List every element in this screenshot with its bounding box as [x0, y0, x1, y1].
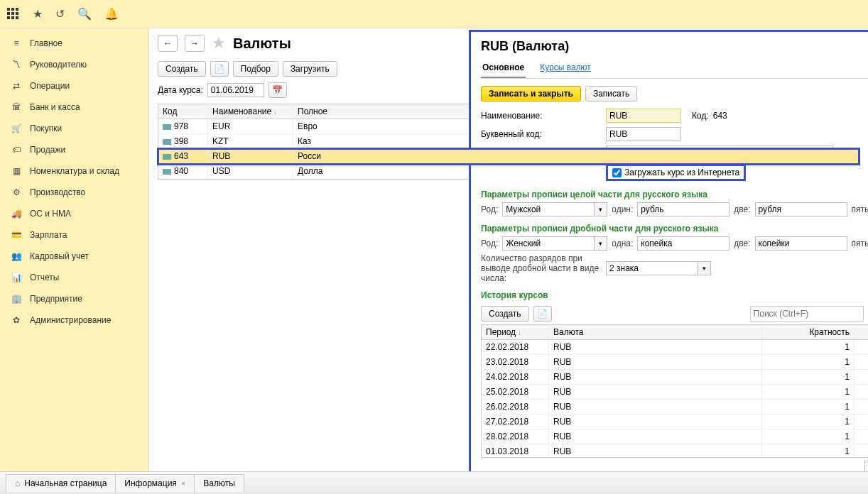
one-frac-input[interactable]	[637, 236, 729, 251]
sidebar-item[interactable]: ✿Администрирование	[0, 309, 148, 331]
hist-col-mult[interactable]: Кратность	[762, 325, 855, 339]
load-internet-checkbox[interactable]: Загружать курс из Интернета	[606, 164, 746, 181]
sidebar-label: Предприятие	[30, 294, 82, 304]
save-button[interactable]: Записать	[585, 86, 637, 101]
date-label: Дата курса:	[158, 85, 203, 95]
sidebar-item[interactable]: 〽Руководителю	[0, 54, 148, 75]
hist-col-rate[interactable]: Курс	[855, 325, 868, 339]
back-button[interactable]: ←	[158, 35, 178, 52]
tab-currencies[interactable]: Валюты	[194, 474, 244, 492]
col-name[interactable]: Наименование ↓	[208, 104, 293, 119]
gender-int-select[interactable]	[502, 202, 595, 216]
sidebar-icon: 🚚	[10, 209, 23, 219]
sidebar-label: Руководителю	[30, 60, 87, 70]
create-button[interactable]: Создать	[158, 61, 206, 77]
sidebar-item[interactable]: 👥Кадровый учет	[0, 246, 148, 267]
hist-create-button[interactable]: Создать	[481, 306, 529, 322]
history-row[interactable]: 26.02.2018RUB15,6700	[482, 400, 868, 415]
copy-button[interactable]: 📄	[210, 61, 229, 77]
forward-button[interactable]: →	[185, 35, 205, 52]
tab-home[interactable]: ⌂Начальная страница	[6, 474, 116, 492]
search-icon[interactable]: 🔍	[77, 7, 92, 21]
section-integer: Параметры прописи целой части для русско…	[481, 190, 868, 199]
code-value: 643	[713, 111, 727, 121]
sidebar-item[interactable]: 💳Зарплата	[0, 224, 148, 246]
load-internet-input[interactable]	[612, 168, 622, 177]
sidebar-item[interactable]: ▦Номенклатура и склад	[0, 160, 148, 182]
history-row[interactable]: 28.02.2018RUB15,7100	[482, 429, 868, 444]
sidebar-item[interactable]: ≡Главное	[0, 33, 148, 54]
history-row[interactable]: 25.02.2018RUB15,6700	[482, 385, 868, 400]
calendar-icon[interactable]: 📅	[268, 82, 287, 98]
sidebar-label: Продажи	[30, 145, 65, 155]
hist-search-input[interactable]	[750, 306, 864, 322]
history-icon[interactable]: ↺	[55, 7, 65, 21]
sidebar-icon: 👥	[10, 251, 23, 261]
history-row[interactable]: 23.02.2018RUB15,6300	[482, 355, 868, 370]
section-fraction: Параметры прописи дробной части для русс…	[481, 224, 868, 234]
sidebar-label: Зарплата	[30, 230, 67, 240]
hist-col-currency[interactable]: Валюта	[549, 325, 762, 339]
sidebar-item[interactable]: 📊Отчеты	[0, 267, 148, 288]
hist-col-period[interactable]: Период ↓	[482, 325, 549, 339]
sidebar-icon: 🏢	[10, 294, 23, 304]
save-close-button[interactable]: Записать и закрыть	[481, 86, 581, 101]
sidebar-item[interactable]: 🏷Продажи	[0, 139, 148, 160]
one-int-input[interactable]	[637, 202, 729, 216]
digits-select[interactable]	[606, 261, 698, 275]
two-int-input[interactable]	[755, 202, 847, 216]
dropdown-icon[interactable]: ▾	[595, 236, 607, 251]
close-icon[interactable]: ×	[181, 479, 185, 488]
sidebar-icon: 📊	[10, 273, 23, 282]
history-grid: Период ↓ Валюта Кратность Курс 22.02.201…	[481, 324, 868, 458]
dropdown-icon[interactable]: ▾	[698, 261, 711, 275]
sidebar-item[interactable]: 🛒Покупки	[0, 118, 148, 139]
sidebar-icon: ⚙	[10, 187, 23, 197]
gender-frac-select[interactable]	[502, 236, 595, 251]
dialog-title: RUB (Валюта)	[481, 39, 868, 54]
sidebar-label: Покупки	[30, 124, 62, 133]
history-row[interactable]: 01.03.2018RUB15,7000	[482, 444, 868, 458]
favorite-icon[interactable]: ★	[212, 34, 226, 53]
col-code[interactable]: Код	[158, 104, 208, 119]
sidebar-label: ОС и НМА	[30, 209, 71, 219]
history-row[interactable]: 22.02.2018RUB15,6500	[482, 340, 868, 355]
pick-button[interactable]: Подбор	[233, 61, 278, 77]
page-title: Валюты	[233, 35, 291, 52]
sidebar-item[interactable]: 🏛Банк и касса	[0, 97, 148, 118]
load-button[interactable]: Загрузить	[283, 61, 337, 77]
dropdown-icon[interactable]: ▾	[595, 202, 607, 216]
two-frac-input[interactable]	[755, 236, 847, 251]
tab-info[interactable]: Информация×	[115, 474, 195, 492]
star-icon[interactable]: ★	[33, 7, 43, 21]
name-label: Наименование:	[481, 111, 602, 121]
sidebar-icon: 🏛	[10, 102, 23, 112]
letter-input[interactable]	[606, 127, 680, 141]
name-input[interactable]	[606, 109, 680, 123]
date-input[interactable]	[207, 83, 264, 97]
tab-main[interactable]: Основное	[481, 60, 526, 78]
hist-copy-button[interactable]: 📄	[533, 306, 552, 322]
sidebar-item[interactable]: ⚙Производство	[0, 182, 148, 203]
apps-icon[interactable]	[7, 8, 20, 21]
table-row[interactable]: 643RUBРосси	[158, 149, 859, 164]
bell-icon[interactable]: 🔔	[104, 7, 119, 21]
code-label: Код:	[692, 111, 709, 121]
currency-dialog: RUB (Валюта) Основное Курсы валют Записа…	[469, 30, 868, 484]
sidebar-label: Номенклатура и склад	[30, 166, 119, 176]
sidebar-item[interactable]: 🏢Предприятие	[0, 288, 148, 309]
home-icon: ⌂	[15, 478, 20, 488]
letter-label: Буквенный код:	[481, 129, 602, 139]
sidebar-icon: ⇄	[10, 81, 23, 91]
history-row[interactable]: 27.02.2018RUB15,7000	[482, 415, 868, 429]
sidebar-label: Операции	[30, 81, 70, 91]
sidebar-label: Кадровый учет	[30, 251, 89, 261]
sidebar-item[interactable]: ⇄Операции	[0, 75, 148, 97]
sidebar-item[interactable]: 🚚ОС и НМА	[0, 203, 148, 224]
sidebar-icon: 🏷	[10, 145, 23, 155]
sidebar-label: Производство	[30, 187, 85, 197]
sidebar-label: Администрирование	[30, 315, 111, 325]
tab-rates[interactable]: Курсы валют	[538, 60, 592, 78]
history-row[interactable]: 24.02.2018RUB15,6700	[482, 370, 868, 385]
sidebar-label: Главное	[30, 38, 63, 48]
